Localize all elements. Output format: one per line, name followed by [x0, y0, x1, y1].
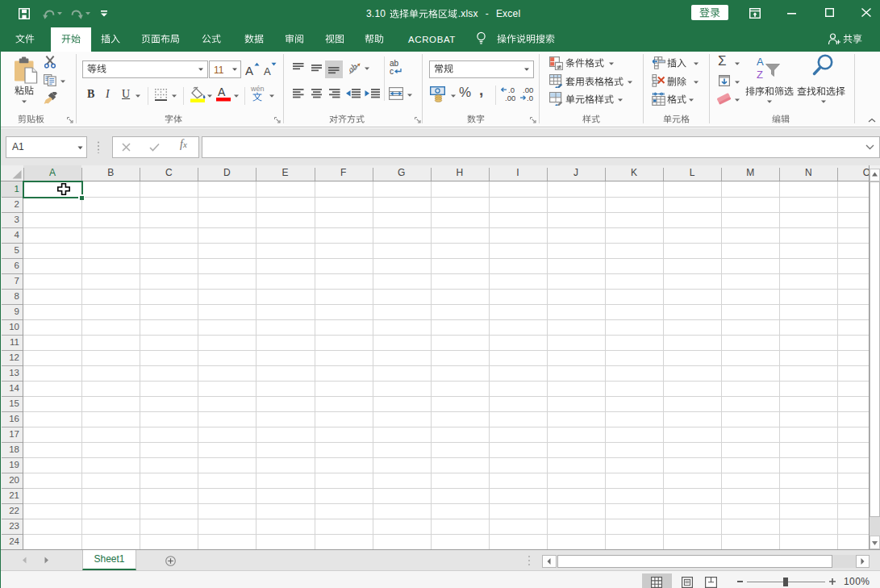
svg-text:Z: Z: [757, 69, 763, 79]
svg-text:c: c: [390, 67, 394, 75]
svg-text:A: A: [218, 85, 226, 98]
svg-text:.0: .0: [527, 94, 533, 102]
svg-text:.00: .00: [505, 94, 515, 102]
svg-text:A: A: [245, 64, 253, 77]
svg-text:A: A: [264, 65, 271, 77]
svg-text:A: A: [757, 56, 764, 68]
svg-text:ab: ab: [346, 61, 359, 75]
